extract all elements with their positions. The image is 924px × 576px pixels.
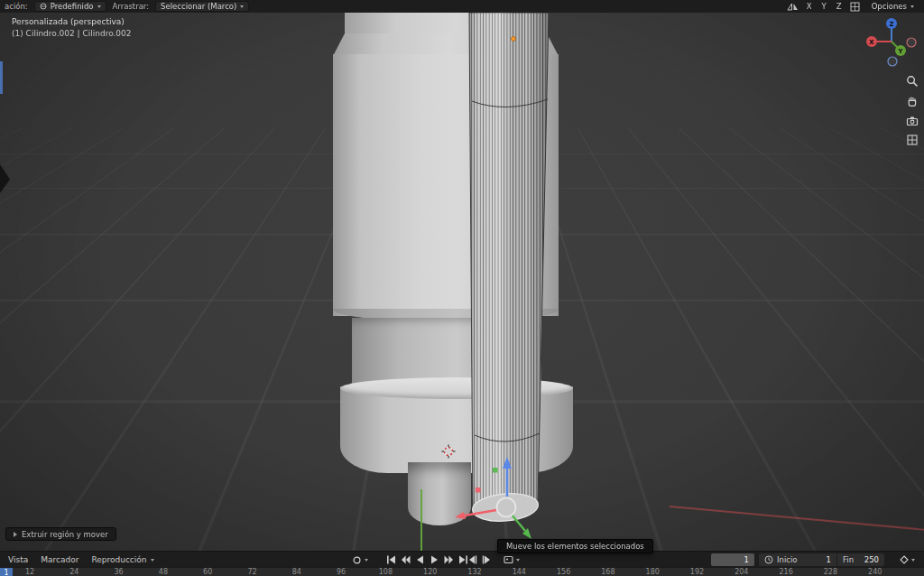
gizmo-x-axis[interactable] [465,510,496,516]
magnifier-icon [906,75,919,88]
camera-view-button[interactable] [905,114,919,128]
camera-icon [906,115,919,127]
chevron-down-icon [151,559,154,562]
gizmo-center-circle[interactable] [497,498,516,517]
ruler-frame-label: 48 [150,568,177,576]
prev-frame-button[interactable] [466,553,479,566]
sync-icon [502,553,515,566]
mirror-icon[interactable] [787,2,799,11]
start-value: 1 [827,555,831,564]
operator-panel[interactable]: Extruir región y mover [5,527,116,541]
ruler-frame-label: 168 [595,568,622,576]
chevron-down-icon [516,559,520,562]
auto-key-button[interactable] [350,553,364,566]
mirror-z-toggle[interactable]: Z [835,2,844,11]
play-reverse-button[interactable] [413,553,427,566]
nav-z-label: Z [889,21,893,28]
keying-popover[interactable] [897,553,915,566]
frame-range-group: Inicio 1 Fin 250 [759,553,884,566]
navigation-gizmo[interactable]: Z X Y [863,14,920,72]
ruler-frame-label: 24 [60,568,88,576]
chevron-down-icon [910,5,914,8]
expand-arrow-icon [14,532,17,537]
options-dropdown[interactable]: Opciones [866,1,919,12]
current-frame-field[interactable]: 1 [711,553,754,566]
chevron-down-icon [97,5,101,8]
auto-key-cluster [350,553,368,566]
timeline-ruler[interactable]: 1224364860728496108120132144156168180192… [0,567,924,576]
zoom-tool-button[interactable] [905,74,919,88]
editor-header: ación: Predefinido Arrastrar: Selecciona… [0,0,924,13]
playback-controls [384,553,470,566]
transform-preset-dropdown[interactable]: Predefinido [34,1,106,12]
active-object-label: (1) Cilindro.002 | Cilindro.002 [12,29,132,38]
nav-y-label: Y [897,48,903,55]
timeline-menus: Vista Marcador Reproducción [2,552,161,568]
viewport-3d[interactable]: Z X Y Personalizada (perspec [0,13,924,551]
menu-vista[interactable]: Vista [2,552,34,568]
ruler-frame-label: 156 [550,568,578,576]
y-axis-line [420,489,422,551]
tooltip: Mueve los elementos seleccionados [497,539,653,553]
menu-marcador[interactable]: Marcador [34,552,85,568]
operator-panel-label: Extruir región y mover [22,530,108,539]
chevron-down-icon [911,559,915,562]
playhead[interactable]: 1 [0,568,13,576]
keyframe-diamond-icon [897,553,910,566]
ruler-frame-label: 228 [817,568,844,576]
snap-grid-icon[interactable] [850,2,860,12]
move-gizmo[interactable] [424,437,559,551]
prev-keyframe-button[interactable] [399,553,412,566]
gizmo-plane-handle-green[interactable] [493,468,498,473]
ruler-frame-label: 192 [684,568,711,576]
start-frame-field[interactable]: Inicio 1 [759,553,836,566]
playhead-frame-label: 1 [4,569,8,576]
options-label: Opciones [872,2,907,11]
ruler-frame-label: 204 [728,568,755,576]
next-keyframe-button[interactable] [442,553,456,566]
select-mode-dropdown[interactable]: Seleccionar (Marco) [155,1,249,12]
end-frame-field[interactable]: Fin 250 [837,553,884,566]
nav-x-label: X [869,39,874,46]
nav-axis-x-negative[interactable] [907,38,916,47]
preset-dropdown-label: Predefinido [51,2,94,11]
ruler-frame-label: 84 [283,568,310,576]
ruler-frame-label: 72 [239,568,266,576]
ruler-frame-label: 216 [772,568,799,576]
gizmo-plane-handle-red[interactable] [476,488,481,493]
ruler-frame-label: 180 [639,568,666,576]
ruler-frame-label: 132 [461,568,488,576]
playback-sync-dropdown[interactable] [502,553,520,566]
perspective-toggle-button[interactable] [905,133,919,147]
gizmo-z-arrowhead[interactable] [503,457,512,469]
start-label: Inicio [777,555,798,564]
ruler-frame-label: 96 [328,568,355,576]
tooltip-text: Mueve los elementos seleccionados [506,542,644,551]
ruler-frame-label: 108 [372,568,399,576]
jump-to-start-button[interactable] [384,553,398,566]
mirror-x-toggle[interactable]: X [805,2,814,11]
header-left-group: ación: Predefinido Arrastrar: Selecciona… [5,1,249,12]
toolbar-edge-highlight [0,61,3,94]
next-frame-button[interactable] [480,553,494,566]
hand-icon [906,95,919,107]
gizmo-y-axis[interactable] [512,515,525,531]
clock-icon [764,555,773,564]
chevron-down-icon [240,5,244,8]
keying-set-chevron-icon[interactable] [365,559,368,562]
transform-orientation-label: ación: [5,2,28,11]
end-label: Fin [843,555,854,564]
play-button[interactable] [428,553,441,566]
ruler-frame-label: 12 [16,568,43,576]
menu-reproduccion[interactable]: Reproducción [85,552,160,568]
ruler-frame-label: 36 [106,568,133,576]
nav-axis-z-negative[interactable] [888,57,897,66]
grid-perspective-icon [906,134,919,146]
mirror-y-toggle[interactable]: Y [820,2,828,11]
object-origin-dot [512,37,516,42]
pan-tool-button[interactable] [905,94,919,108]
gizmo-x-arrowhead[interactable] [455,512,466,519]
ruler-frame-label: 144 [505,568,532,576]
ruler-frame-label: 60 [194,568,221,576]
header-right-group: X Y Z Opciones [787,1,919,12]
